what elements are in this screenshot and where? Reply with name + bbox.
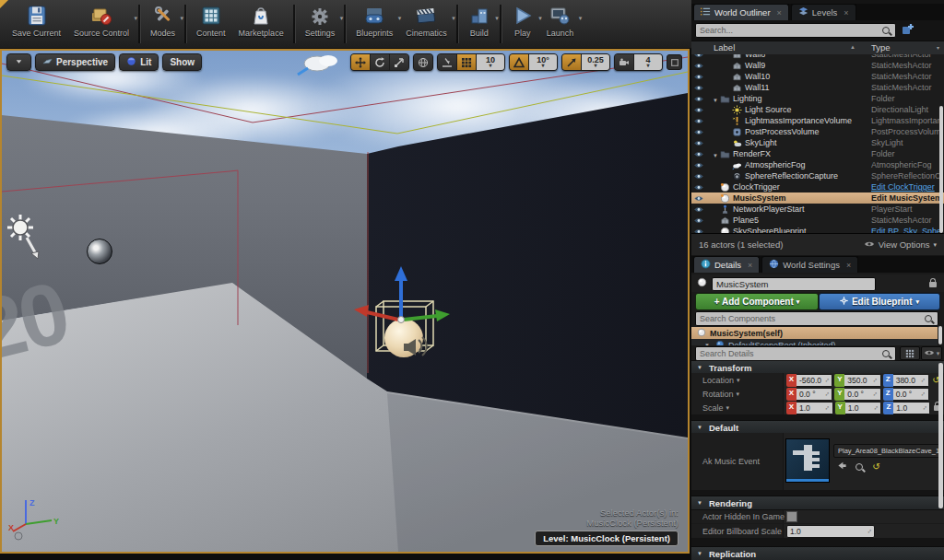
close-icon[interactable]: × — [846, 261, 851, 270]
visibility-eye-icon[interactable] — [691, 129, 706, 135]
visibility-eye-icon[interactable] — [691, 107, 706, 113]
location-label[interactable]: Location▾ — [691, 373, 784, 387]
actor-label[interactable]: ClockTrigger — [733, 182, 780, 192]
visibility-eye-icon[interactable] — [691, 206, 706, 213]
outliner-search-input[interactable] — [696, 26, 882, 35]
label-column-header[interactable]: Label — [714, 42, 735, 52]
world-local-toggle[interactable] — [414, 54, 432, 70]
surface-snap-button[interactable] — [438, 54, 457, 70]
chevron-down-icon[interactable]: ▾ — [181, 15, 184, 22]
visibility-eye-icon[interactable] — [691, 74, 706, 80]
components-search[interactable] — [695, 311, 938, 326]
toolbar-button-source-control[interactable]: ▾Source Control — [67, 3, 136, 38]
outliner-row-renderfx[interactable]: ▼RenderFXFolder — [691, 148, 944, 159]
camera-speed-value[interactable]: 4▾ — [634, 54, 662, 70]
scale-tool-button[interactable] — [390, 54, 408, 70]
actor-label[interactable]: AtmosphericFog — [745, 160, 806, 169]
outliner-row-lighting[interactable]: ▼LightingFolder — [691, 93, 944, 104]
outliner-row-musicsystem[interactable]: MusicSystemEdit MusicSystem — [691, 192, 944, 204]
components-search-input[interactable] — [696, 314, 925, 323]
outliner-row-light source[interactable]: Light SourceDirectionalLight — [691, 104, 944, 115]
actor-label[interactable]: NetworkPlayerStart — [733, 204, 805, 214]
directional-light-icon[interactable] — [6, 213, 46, 266]
outliner-row-skylight[interactable]: SkyLightSkyLight — [691, 137, 944, 148]
scale-label[interactable]: Scale▾ — [691, 401, 784, 414]
view-options-button[interactable]: View Options▾ — [864, 239, 937, 250]
toolbar-button-cinematics[interactable]: ▾Cinematics — [399, 3, 454, 38]
move-tool-button[interactable] — [351, 54, 371, 70]
scale-snap-value[interactable]: 0.25▾ — [582, 54, 609, 70]
toolbar-button-launch[interactable]: ▾Launch — [540, 3, 581, 38]
chevron-down-icon[interactable]: ▾ — [579, 15, 583, 22]
actor-label[interactable]: SphereReflectionCapture — [745, 171, 838, 181]
actor-label[interactable]: Wall9 — [745, 61, 765, 70]
expand-arrow-icon[interactable]: ▼ — [713, 98, 718, 103]
ak-event-billboard[interactable] — [384, 319, 423, 357]
scale-z-field[interactable]: 1.0↕ — [893, 402, 930, 414]
scale-y-field[interactable]: 1.0↕ — [845, 402, 882, 414]
visibility-eye-icon[interactable] — [691, 151, 706, 158]
reset-to-default-icon[interactable]: ↺ — [871, 462, 881, 472]
translate-gizmo[interactable] — [347, 262, 459, 373]
outliner-row-wall10[interactable]: Wall10StaticMeshActor — [691, 71, 944, 82]
details-search-input[interactable] — [696, 349, 882, 358]
actor-label[interactable]: LightmassImportanceVolume — [745, 116, 852, 125]
outliner-row-wall9[interactable]: Wall9StaticMeshActor — [691, 60, 944, 71]
grid-snap-toggle[interactable] — [457, 54, 477, 70]
section-replication[interactable]: ▼Replication — [691, 546, 944, 560]
actor-label[interactable]: MusicSystem — [733, 193, 786, 203]
expand-arrow-icon[interactable]: ▼ — [713, 153, 718, 158]
chevron-down-icon[interactable]: ▾ — [135, 15, 138, 22]
actor-label[interactable]: Wall11 — [745, 83, 770, 92]
toolbar-button-play[interactable]: ▾Play — [505, 3, 540, 38]
chevron-down-icon[interactable]: ▾ — [452, 15, 455, 22]
visibility-eye-icon[interactable] — [691, 54, 706, 58]
section-rendering[interactable]: ▼Rendering — [691, 496, 944, 510]
outliner-row-wall11[interactable]: Wall11StaticMeshActor — [691, 82, 944, 93]
visibility-eye-icon[interactable] — [691, 96, 706, 102]
outliner-column-header[interactable]: Label ▲ Type ▾ — [691, 41, 944, 55]
actor-hidden-checkbox[interactable] — [786, 511, 797, 522]
rotation-snap-toggle[interactable] — [510, 54, 529, 70]
edit-blueprint-link[interactable]: Edit BP_Sky_Sphe — [871, 227, 940, 233]
actor-label[interactable]: PostProcessVolume — [745, 127, 820, 136]
outliner-row-spherereflectioncapture[interactable]: SphereReflectionCaptureSphereReflectionC… — [691, 170, 944, 181]
rotate-tool-button[interactable] — [371, 54, 390, 70]
visibility-eye-icon[interactable] — [691, 118, 706, 124]
toolbar-button-blueprints[interactable]: ▾Blueprints — [349, 3, 399, 38]
tab-details[interactable]: Details× — [693, 256, 760, 273]
visibility-eye-icon[interactable] — [691, 140, 706, 146]
maximize-viewport-button[interactable] — [667, 54, 682, 70]
viewport-options-dropdown[interactable] — [6, 53, 31, 71]
tab-world-settings[interactable]: World Settings× — [761, 256, 858, 273]
outliner-search[interactable] — [695, 23, 896, 38]
lit-button[interactable]: Lit — [119, 53, 159, 71]
outliner-row-clocktrigger[interactable]: ClockTriggerEdit ClockTrigger — [691, 181, 944, 192]
ak-event-thumbnail[interactable] — [785, 438, 830, 483]
type-column-header[interactable]: Type — [871, 42, 891, 52]
location-y-field[interactable]: 350.0↕ — [844, 374, 880, 387]
visibility-eye-icon[interactable] — [691, 195, 706, 202]
grid-snap-value[interactable]: 10▾ — [477, 54, 504, 70]
close-icon[interactable]: × — [748, 261, 752, 270]
property-matrix-button[interactable] — [900, 346, 920, 360]
edit-blueprint-link[interactable]: Edit ClockTrigger — [871, 182, 940, 192]
visibility-eye-icon[interactable] — [691, 162, 706, 169]
close-icon[interactable]: × — [844, 8, 848, 18]
browse-asset-icon[interactable] — [856, 463, 863, 471]
camera-speed-button[interactable] — [615, 54, 634, 70]
outliner-row-atmosphericfog[interactable]: AtmosphericFogAtmosphericFog — [691, 159, 944, 170]
visibility-eye-icon[interactable] — [691, 217, 706, 224]
close-icon[interactable]: × — [777, 8, 782, 18]
sphere-reflection-capture-icon[interactable] — [87, 239, 112, 264]
rotation-z-field[interactable]: 0.0 °↕ — [893, 388, 929, 401]
lock-icon[interactable] — [929, 282, 937, 287]
actor-label[interactable]: SkySphereBlueprint — [733, 227, 807, 233]
toolbar-button-marketplace[interactable]: Marketplace — [232, 3, 290, 38]
actor-name-field[interactable] — [713, 278, 875, 290]
edit-blueprint-button[interactable]: Edit Blueprint▾ — [819, 293, 940, 310]
actor-label[interactable]: SkyLight — [745, 138, 777, 147]
scale-x-field[interactable]: 1.0↕ — [796, 402, 833, 414]
toolbar-button-modes[interactable]: ▾Modes — [144, 3, 182, 38]
visibility-eye-icon[interactable] — [691, 173, 706, 180]
